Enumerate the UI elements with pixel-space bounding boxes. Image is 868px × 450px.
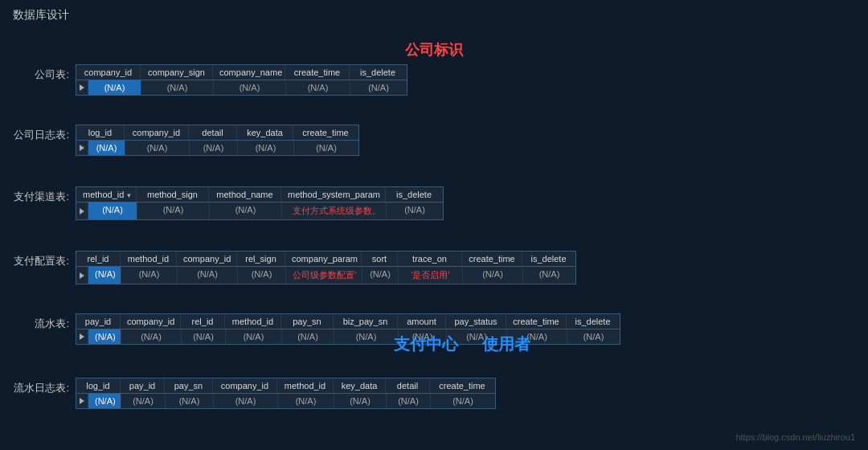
header-cell-4-5: biz_pay_sn: [334, 314, 398, 329]
data-cell-2-3: 支付方式系统级参数,: [282, 202, 387, 219]
section-label-5: 流水日志表:: [13, 381, 69, 395]
header-cell-4-4: pay_sn: [281, 314, 334, 329]
data-cell-3-4: 公司级参数配置': [286, 267, 362, 284]
section-label-1: 公司日志表:: [13, 128, 69, 142]
db-table-1: log_idcompany_iddetailkey_datacreate_tim…: [76, 125, 359, 156]
data-cell-2-2: (N/A): [210, 202, 282, 219]
data-cell-0-2: (N/A): [214, 80, 286, 95]
header-cell-5-5: key_data: [334, 378, 386, 393]
header-cell-4-6: amount: [398, 314, 446, 329]
data-cell-4-2: (N/A): [182, 329, 226, 344]
header-cell-4-1: company_id: [121, 314, 181, 329]
db-section-1: 公司日志表:log_idcompany_iddetailkey_datacrea…: [13, 125, 359, 156]
page-title: 数据库设计: [13, 8, 69, 22]
data-cell-1-3: (N/A): [238, 141, 294, 155]
header-cell-1-3: key_data: [237, 125, 293, 140]
section-label-4: 流水表:: [13, 317, 69, 331]
header-cell-4-8: create_time: [506, 314, 567, 329]
data-cell-4-0: (N/A): [88, 329, 121, 344]
data-cell-3-8: (N/A): [523, 267, 575, 284]
tri-cell-2: [76, 202, 88, 219]
data-cell-3-1: (N/A): [121, 267, 178, 284]
data-cell-0-3: (N/A): [286, 80, 350, 95]
data-cell-2-0: (N/A): [88, 202, 137, 219]
header-cell-0-4: is_delete: [350, 65, 406, 80]
header-cell-0-2: company_name: [213, 65, 285, 80]
data-cell-0-4: (N/A): [350, 80, 407, 95]
section-label-3: 支付配置表:: [13, 254, 69, 268]
tri-cell-1: [76, 141, 88, 155]
db-section-0: 公司表:company_idcompany_signcompany_namecr…: [13, 64, 407, 96]
db-section-5: 流水日志表:log_idpay_idpay_sncompany_idmethod…: [13, 378, 496, 409]
header-cell-3-0: rel_id: [76, 252, 121, 266]
header-cell-5-2: pay_sn: [165, 378, 213, 393]
data-cell-5-1: (N/A): [121, 394, 166, 408]
data-cell-0-1: (N/A): [141, 80, 214, 95]
header-cell-2-2: method_name: [209, 187, 281, 202]
header-cell-0-1: company_sign: [141, 65, 213, 80]
user-label: 使用者: [482, 333, 530, 355]
tri-cell-5: [76, 394, 88, 408]
header-cell-5-4: method_id: [277, 378, 334, 393]
header-cell-3-7: create_time: [462, 252, 522, 266]
header-cell-2-0: method_id ▼: [76, 187, 137, 202]
header-cell-5-7: create_time: [430, 378, 494, 393]
data-cell-4-1: (N/A): [121, 329, 182, 344]
header-cell-5-0: log_id: [76, 378, 121, 393]
data-cell-4-9: (N/A): [567, 329, 620, 344]
data-cell-3-2: (N/A): [178, 267, 238, 284]
data-cell-2-4: (N/A): [387, 202, 443, 219]
header-cell-3-3: rel_sign: [237, 252, 285, 266]
header-cell-3-6: trace_on: [398, 252, 462, 266]
data-cell-1-2: (N/A): [190, 141, 238, 155]
tri-cell-0: [76, 80, 88, 95]
data-cell-3-0: (N/A): [88, 267, 121, 284]
data-cell-3-3: (N/A): [238, 267, 286, 284]
header-cell-4-3: method_id: [225, 314, 281, 329]
section-label-0: 公司表:: [13, 68, 69, 82]
db-section-2: 支付渠道表:method_id ▼method_signmethod_namem…: [13, 186, 444, 220]
data-cell-5-3: (N/A): [214, 394, 278, 408]
db-section-3: 支付配置表:rel_idmethod_idcompany_idrel_signc…: [13, 251, 576, 284]
data-cell-4-5: (N/A): [334, 329, 399, 344]
tri-cell-3: [76, 267, 88, 284]
header-cell-1-4: create_time: [293, 125, 358, 140]
header-cell-2-3: method_system_param: [281, 187, 386, 202]
data-cell-5-6: (N/A): [387, 394, 431, 408]
header-cell-3-4: company_param: [285, 252, 362, 266]
data-cell-5-2: (N/A): [166, 394, 214, 408]
pay-center-label: 支付中心: [394, 333, 458, 355]
section-label-2: 支付渠道表:: [13, 190, 69, 204]
header-cell-3-5: sort: [362, 252, 398, 266]
data-cell-3-5: (N/A): [362, 267, 399, 284]
header-cell-2-4: is_delete: [386, 187, 442, 202]
data-cell-5-7: (N/A): [431, 394, 495, 408]
header-cell-5-6: detail: [386, 378, 430, 393]
data-cell-3-7: (N/A): [463, 267, 523, 284]
header-cell-1-1: company_id: [125, 125, 189, 140]
center-label: 公司标识: [405, 40, 463, 59]
watermark: https://blog.csdn.net/liuzhirou1: [735, 432, 855, 442]
header-cell-3-2: company_id: [177, 252, 237, 266]
data-cell-5-4: (N/A): [278, 394, 334, 408]
tri-cell-4: [76, 329, 88, 344]
data-cell-4-4: (N/A): [282, 329, 334, 344]
data-cell-0-0: (N/A): [88, 80, 141, 95]
data-cell-5-5: (N/A): [334, 394, 387, 408]
data-cell-5-0: (N/A): [88, 394, 121, 408]
db-table-3: rel_idmethod_idcompany_idrel_signcompany…: [76, 251, 576, 284]
header-cell-5-1: pay_id: [121, 378, 165, 393]
db-table-4: pay_idcompany_idrel_idmethod_idpay_snbiz…: [76, 313, 620, 345]
header-cell-1-0: log_id: [76, 125, 125, 140]
header-cell-3-8: is_delete: [522, 252, 575, 266]
db-table-2: method_id ▼method_signmethod_namemethod_…: [76, 186, 444, 220]
header-cell-2-1: method_sign: [137, 187, 209, 202]
header-cell-3-1: method_id: [121, 252, 177, 266]
header-cell-0-3: create_time: [285, 65, 350, 80]
header-cell-4-0: pay_id: [76, 314, 121, 329]
header-cell-4-2: rel_id: [181, 314, 225, 329]
header-cell-0-0: company_id: [76, 65, 141, 80]
data-cell-1-0: (N/A): [88, 141, 125, 155]
data-cell-3-6: '是否启用': [399, 267, 463, 284]
header-cell-5-3: company_id: [213, 378, 277, 393]
